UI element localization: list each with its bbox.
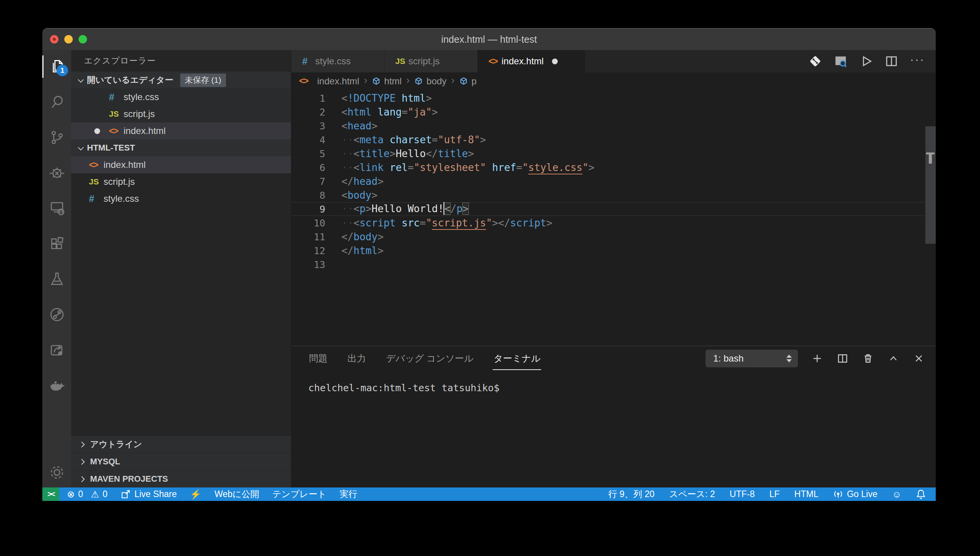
breadcrumb-item-body[interactable]: body xyxy=(414,76,447,87)
code-line-7: 7</head> xyxy=(291,174,936,188)
code-line-6: 6··<link rel="stylesheet" href="style.cs… xyxy=(291,161,936,174)
status-item-実行[interactable]: 実行 xyxy=(339,488,357,500)
status-item-UTF-8[interactable]: UTF-8 xyxy=(730,489,755,499)
explorer-icon[interactable]: 1 xyxy=(42,55,71,78)
status-item-Webに公開[interactable]: Webに公開 xyxy=(214,488,259,500)
editor-tab-style.css[interactable]: #style.css xyxy=(291,50,385,72)
testing-icon[interactable] xyxy=(42,268,71,290)
extensions-icon[interactable] xyxy=(42,233,71,255)
git-compare-icon[interactable] xyxy=(808,54,822,68)
breadcrumb-item-index.html[interactable]: <>index.html xyxy=(299,76,359,87)
close-panel-icon[interactable] xyxy=(913,352,925,365)
code-line-9: 9··<p>Hello World!</p> xyxy=(291,202,936,216)
tree-item-index.html[interactable]: <>index.html xyxy=(71,156,291,173)
docker-icon[interactable] xyxy=(42,374,71,397)
run-debug-icon[interactable] xyxy=(42,162,71,184)
status-item-LF[interactable]: LF xyxy=(769,489,780,499)
line-number: 13 xyxy=(291,259,325,270)
breadcrumb-separator: › xyxy=(450,74,455,88)
breadcrumb-item-html[interactable]: html xyxy=(372,76,401,87)
open-editor-item-script.js[interactable]: JSscript.js xyxy=(71,106,291,122)
line-number: 4 xyxy=(291,134,325,146)
code-line-4: 4··<meta charset="utf-8"> xyxy=(291,133,936,147)
split-terminal-icon[interactable] xyxy=(836,352,849,365)
status-item-bell[interactable] xyxy=(916,489,926,499)
open-editors-header[interactable]: 開いているエディター 未保存 (1) xyxy=(71,72,291,89)
minimize-window-button[interactable] xyxy=(64,35,73,44)
source-control-icon[interactable] xyxy=(42,126,71,149)
chevron-right-icon xyxy=(79,459,85,465)
html-file-icon: <> xyxy=(299,76,314,86)
breadcrumb-item-p[interactable]: p xyxy=(459,76,477,87)
status-item-Live Share[interactable]: Live Share xyxy=(120,489,177,499)
symbol-cube-icon xyxy=(414,77,423,85)
settings-gear-icon[interactable] xyxy=(42,461,71,484)
tree-item-script.js[interactable]: JSscript.js xyxy=(71,173,291,190)
editor-tab-index.html[interactable]: <>index.html xyxy=(478,50,585,72)
status-bar: >< ⊗0⚠0Live Share⚡Webに公開テンプレート実行 行 9、列 2… xyxy=(42,487,936,501)
remote-indicator[interactable]: >< xyxy=(42,487,59,501)
scrollbar-cursor-marker xyxy=(926,152,935,154)
new-terminal-icon[interactable] xyxy=(811,352,823,365)
folder-header[interactable]: HTML-TEST xyxy=(71,139,291,156)
code-line-11: 11</body> xyxy=(291,230,936,244)
broadcast-icon xyxy=(833,489,843,499)
file-name: index.html xyxy=(104,159,145,170)
code-editor[interactable]: 1<!DOCTYPE html>2<html lang="ja">3<head>… xyxy=(291,90,936,346)
close-window-button[interactable] xyxy=(50,35,59,44)
css-file-icon: # xyxy=(109,92,124,103)
panel-tab-出力[interactable]: 出力 xyxy=(347,347,367,370)
code-line-13: 13 xyxy=(291,258,936,271)
status-item-スペース: 2[interactable]: スペース: 2 xyxy=(669,488,715,500)
js-file-icon: JS xyxy=(89,177,104,186)
code-line-5: 5··<title>Hello</title> xyxy=(291,147,936,161)
status-item-行 9、列 20[interactable]: 行 9、列 20 xyxy=(608,488,654,500)
file-name: script.js xyxy=(104,176,135,187)
html-file-icon: <> xyxy=(109,126,124,136)
breadcrumb-separator: › xyxy=(363,74,368,88)
panel-tab-ターミナル[interactable]: ターミナル xyxy=(493,347,541,370)
unsaved-badge: 未保存 (1) xyxy=(180,74,226,87)
maximize-panel-icon[interactable] xyxy=(887,352,900,365)
panel-tab-問題[interactable]: 問題 xyxy=(308,347,328,370)
open-preview-icon[interactable] xyxy=(834,54,848,68)
kill-terminal-trash-icon[interactable] xyxy=(862,352,874,365)
publish-icon[interactable] xyxy=(42,339,71,361)
line-number: 10 xyxy=(291,218,325,229)
status-item-HTML[interactable]: HTML xyxy=(794,489,819,499)
status-item-smiley[interactable]: ☺ xyxy=(892,489,901,500)
error-icon: ⊗ xyxy=(67,489,75,500)
tab-label: index.html xyxy=(502,56,544,67)
search-icon[interactable] xyxy=(42,91,71,113)
status-item-0[interactable]: ⚠0 xyxy=(91,489,107,500)
git-graph-icon[interactable] xyxy=(42,303,71,326)
sidebar-section-MYSQL[interactable]: MYSQL xyxy=(71,453,291,470)
status-item-0[interactable]: ⊗0 xyxy=(67,489,83,500)
terminal-output[interactable]: chelchel-mac:html-test tatsuhiko$ xyxy=(291,371,936,487)
run-play-icon[interactable] xyxy=(859,54,873,68)
sidebar-section-アウトライン[interactable]: アウトライン xyxy=(71,435,291,453)
maximize-window-button[interactable] xyxy=(79,35,87,44)
split-editor-icon[interactable] xyxy=(885,54,898,68)
status-item-lightning[interactable]: ⚡ xyxy=(190,489,201,500)
terminal-select[interactable]: 1: bash xyxy=(706,350,798,367)
open-editor-item-index.html[interactable]: <>index.html xyxy=(71,122,291,139)
modified-dot-icon xyxy=(552,59,558,64)
line-number: 8 xyxy=(291,190,325,201)
panel-controls: 1: bash xyxy=(706,350,925,367)
editor-scrollbar[interactable] xyxy=(925,126,936,244)
more-actions-icon[interactable]: ··· xyxy=(910,53,925,70)
panel-tab-デバッグ コンソール[interactable]: デバッグ コンソール xyxy=(385,347,474,370)
line-number: 7 xyxy=(291,176,325,187)
status-item-テンプレート[interactable]: テンプレート xyxy=(273,488,327,500)
tab-label: style.css xyxy=(315,56,351,67)
sidebar-section-MAVEN PROJECTS[interactable]: MAVEN PROJECTS xyxy=(71,470,291,487)
css-file-icon: # xyxy=(89,193,104,204)
status-item-Go Live[interactable]: Go Live xyxy=(833,489,877,499)
remote-explorer-icon[interactable] xyxy=(42,197,71,219)
code-line-8: 8<body> xyxy=(291,188,936,202)
tree-item-style.css[interactable]: #style.css xyxy=(71,190,291,207)
open-editor-item-style.css[interactable]: #style.css xyxy=(71,89,291,106)
smiley-icon: ☺ xyxy=(892,489,901,500)
editor-tab-script.js[interactable]: JSscript.js xyxy=(385,50,478,72)
